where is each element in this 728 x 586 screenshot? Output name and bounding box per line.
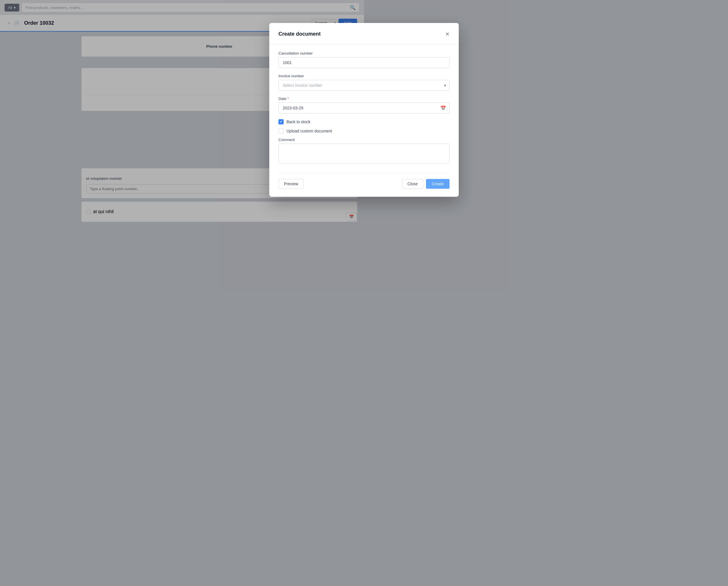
modal-footer: Preview Close Create xyxy=(279,173,364,189)
invoice-number-group: Invoice number Select invoice number ▾ xyxy=(279,74,364,91)
date-label: Date * xyxy=(279,97,364,101)
back-to-stock-label: Back to stock xyxy=(286,120,310,124)
invoice-number-select[interactable]: Select invoice number xyxy=(279,80,364,91)
upload-custom-label: Upload custom document xyxy=(286,129,332,133)
cancellation-number-input[interactable] xyxy=(279,57,364,68)
invoice-select-wrapper: Select invoice number ▾ xyxy=(279,80,364,91)
preview-button[interactable]: Preview xyxy=(279,179,304,189)
invoice-number-label: Invoice number xyxy=(279,74,364,78)
create-document-modal: Create document ✕ Cancellation number In… xyxy=(269,23,364,197)
modal-overlay: Create document ✕ Cancellation number In… xyxy=(0,0,364,293)
date-required-marker: * xyxy=(287,97,289,101)
date-wrapper: 📅 xyxy=(279,102,364,114)
comment-textarea[interactable] xyxy=(279,144,364,164)
comment-label: Comment xyxy=(279,138,364,142)
modal-title: Create document xyxy=(279,31,321,37)
cancellation-number-group: Cancellation number xyxy=(279,51,364,68)
upload-custom-group: Upload custom document xyxy=(279,128,364,133)
date-group: Date * 📅 xyxy=(279,97,364,114)
back-to-stock-checkbox[interactable] xyxy=(279,119,284,124)
cancellation-number-label: Cancellation number xyxy=(279,51,364,55)
back-to-stock-group: Back to stock xyxy=(279,119,364,124)
date-input[interactable] xyxy=(279,102,364,114)
comment-group: Comment xyxy=(279,138,364,165)
upload-custom-checkbox[interactable] xyxy=(279,128,284,133)
modal-divider xyxy=(269,44,364,44)
modal-header: Create document ✕ xyxy=(279,31,364,37)
